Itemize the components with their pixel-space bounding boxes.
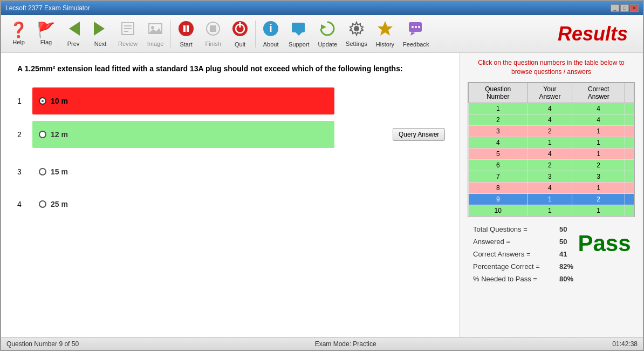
answer-number-3: 3 — [17, 167, 28, 176]
question-panel: A 1.25mm² extension lead fitted with a s… — [1, 53, 460, 337]
main-window: Lecsoft 2377 Exam Simulator _ □ ✕ ❓ Help… — [0, 0, 644, 351]
scrollbar[interactable] — [625, 83, 634, 103]
scrollbar-cell — [625, 193, 634, 205]
answer-item-1: 1 10 m — [17, 85, 443, 117]
start-label: Start — [180, 41, 192, 48]
scrollbar-cell — [625, 137, 634, 148]
cell-correct-answer: 1 — [572, 182, 625, 193]
cell-your-answer: 4 — [527, 114, 572, 125]
toolbar-help[interactable]: ❓ Help — [5, 20, 32, 48]
toolbar-about[interactable]: i About — [258, 17, 284, 50]
results-table-wrap: Question Number Your Answer Correct Answ… — [468, 82, 635, 217]
cell-correct-answer: 1 — [572, 205, 625, 216]
close-button[interactable]: ✕ — [630, 4, 639, 12]
svg-point-26 — [412, 26, 414, 28]
stat-answered: Answered = 50 — [473, 238, 567, 246]
svg-rect-10 — [183, 25, 186, 32]
answer-box-2[interactable]: 12 m — [32, 121, 334, 148]
toolbar-start[interactable]: Start — [173, 17, 199, 50]
table-row[interactable]: 144 — [469, 103, 634, 114]
cell-correct-answer: 4 — [572, 103, 625, 114]
table-row[interactable]: 733 — [469, 171, 634, 182]
window-controls: _ □ ✕ — [611, 4, 639, 12]
history-label: History — [376, 41, 394, 48]
toolbar-flag[interactable]: 🚩 Flag — [33, 20, 59, 48]
scrollbar-cell — [625, 148, 634, 159]
toolbar-next[interactable]: Next — [87, 18, 113, 50]
answer-box-4[interactable]: 25 m — [32, 195, 334, 213]
toolbar-update[interactable]: Update — [314, 17, 341, 50]
svg-point-28 — [418, 26, 420, 28]
table-row[interactable]: 244 — [469, 114, 634, 125]
toolbar-support[interactable]: Support — [285, 17, 313, 50]
toolbar-quit[interactable]: Quit — [227, 17, 253, 50]
start-icon — [177, 20, 195, 40]
stat-total-questions: Total Questions = 50 — [473, 225, 567, 233]
svg-marker-20 — [296, 32, 302, 36]
cell-your-answer: 3 — [527, 171, 572, 182]
query-answer-button[interactable]: Query Answer — [393, 128, 445, 141]
toolbar-prev[interactable]: Prev — [60, 18, 86, 50]
col-header-your-answer: Your Answer — [527, 83, 572, 103]
table-row[interactable]: 1011 — [469, 205, 634, 216]
cell-your-answer: 2 — [527, 125, 572, 137]
stat-needed-to-pass: % Needed to Pass = 80% — [473, 275, 629, 283]
table-row[interactable]: 541 — [469, 148, 634, 159]
cell-question-number: 1 — [469, 103, 527, 114]
cell-question-number: 10 — [469, 205, 527, 216]
answer-number-2: 2 — [17, 130, 28, 139]
answer-number-4: 4 — [17, 200, 28, 208]
cell-your-answer: 4 — [527, 182, 572, 193]
toolbar: ❓ Help 🚩 Flag Prev Next Review — [1, 15, 643, 53]
cell-your-answer: 1 — [527, 205, 572, 216]
table-row[interactable]: 622 — [469, 159, 634, 171]
exam-mode: Exam Mode: Practice — [315, 340, 376, 348]
stats-section: Total Questions = 50 Answered = 50 Corre… — [468, 222, 635, 290]
cell-question-number: 4 — [469, 137, 527, 148]
scrollbar-cell — [625, 171, 634, 182]
answer-box-1[interactable]: 10 m — [32, 87, 334, 114]
scrollbar-cell — [625, 114, 634, 125]
support-label: Support — [289, 41, 310, 48]
quit-label: Quit — [235, 41, 245, 48]
svg-rect-16 — [239, 22, 241, 28]
next-icon — [92, 21, 109, 39]
cell-correct-answer: 3 — [572, 171, 625, 182]
answer-item-2: 2 12 m Query Answer — [17, 119, 443, 150]
cell-your-answer: 4 — [527, 103, 572, 114]
toolbar-sep-1 — [170, 21, 171, 48]
scrollbar-cell — [625, 103, 634, 114]
maximize-button[interactable]: □ — [620, 4, 629, 12]
cell-correct-answer: 1 — [572, 137, 625, 148]
prev-label: Prev — [67, 40, 80, 47]
cell-your-answer: 4 — [527, 148, 572, 159]
results-heading: Results — [434, 23, 639, 45]
table-row[interactable]: 912 — [469, 193, 634, 205]
toolbar-sep-2 — [255, 21, 256, 48]
toolbar-history[interactable]: History — [372, 17, 398, 50]
toolbar-settings[interactable]: Settings — [342, 18, 371, 50]
svg-point-7 — [151, 26, 154, 29]
prev-icon — [65, 21, 82, 39]
svg-marker-23 — [378, 21, 393, 36]
answer-box-3[interactable]: 15 m — [32, 163, 334, 180]
table-row[interactable]: 411 — [469, 137, 634, 148]
pass-text: Pass — [578, 231, 631, 256]
question-info: Question Number 9 of 50 — [6, 340, 79, 348]
toolbar-feedback[interactable]: Feedback — [399, 17, 433, 50]
title-bar: Lecsoft 2377 Exam Simulator _ □ ✕ — [1, 1, 643, 15]
cell-question-number: 8 — [469, 182, 527, 193]
answers-list: 1 10 m 2 12 m Query Answer — [17, 85, 443, 215]
svg-marker-21 — [321, 24, 326, 30]
about-icon: i — [262, 20, 279, 40]
toolbar-image[interactable]: Image — [142, 18, 168, 50]
table-row[interactable]: 841 — [469, 182, 634, 193]
image-label: Image — [147, 40, 164, 47]
minimize-button[interactable]: _ — [611, 4, 619, 12]
toolbar-review[interactable]: Review — [114, 18, 141, 50]
answer-text-1: 10 m — [51, 97, 68, 105]
main-content: A 1.25mm² extension lead fitted with a s… — [1, 53, 643, 337]
stat-percentage-correct: Percentage Correct = 82% — [473, 262, 629, 271]
table-row[interactable]: 321 — [469, 125, 634, 137]
toolbar-finish[interactable]: Finish — [200, 18, 226, 50]
